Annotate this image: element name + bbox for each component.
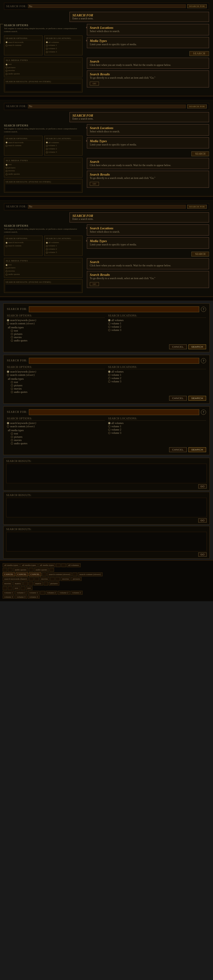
media-pictures-2[interactable]: pictures [11,384,105,387]
tag-icon-12[interactable] [56,577,60,581]
help-icon-3[interactable]: ? [201,410,206,415]
cancel-btn-2[interactable]: CANCEL [169,396,186,401]
loc-all-1[interactable]: all volumes [108,319,206,322]
tag-icon-11[interactable] [50,577,55,581]
media-audio-1[interactable]: audio quotes [11,339,105,342]
results-go-btn-1[interactable]: GO [198,484,207,488]
tag-vol1-2[interactable]: volume 1 [15,591,27,595]
media-movies-3[interactable]: movies [11,439,105,442]
tag-pictures-1[interactable]: pictures [71,577,82,581]
tag-vol1-3[interactable]: volume 1 [28,591,40,595]
radio-keywords-1[interactable]: search keywords (faster) [7,319,105,322]
tag-icon-8[interactable] [72,573,77,576]
loc-vol1-1[interactable]: volume 1 [108,322,206,325]
tag-vol3-2[interactable]: volume 3 [15,595,27,599]
results-go-btn-3[interactable]: GO [198,552,207,557]
loc-vol3-3[interactable]: volume 3 [108,431,206,434]
loc-vol2-1[interactable]: volume 2 [108,325,206,328]
tag-matrix-2[interactable]: matrix [34,582,43,585]
tag-icon-16[interactable] [3,586,7,590]
radio-keywords-2[interactable]: search keywords (faster) [7,370,105,373]
help-icon-1[interactable]: ? [201,307,206,312]
tag-pictures-2[interactable]: pictures [49,582,59,585]
help-icon-2[interactable]: ? [201,358,206,363]
media-text-3[interactable]: text [11,432,105,435]
radio-content-2[interactable]: search content (slower) [7,374,105,377]
tag-vol2-2[interactable]: volume 2 [58,591,70,595]
tag-icon-2[interactable] [61,563,66,567]
tag-text-2[interactable]: text [26,586,33,590]
results-go-btn-2[interactable]: GO [198,518,207,523]
tag-icon-5[interactable] [29,568,33,572]
cancel-btn-1[interactable]: CANCEL [169,344,186,349]
results-list-2[interactable] [6,498,207,517]
tag-cancel-3[interactable]: CANCEL [29,573,41,576]
tag-all-media-1[interactable]: all media types [3,563,20,567]
tag-content-slower-2[interactable]: search content (slower) [78,573,102,576]
tag-cancel-2[interactable]: CANCEL [16,573,28,576]
media-all-1[interactable]: all media types [7,326,105,329]
tag-icon-15[interactable] [44,582,48,585]
tag-vol3-3[interactable]: volume 3 [28,595,40,599]
media-all-3[interactable]: all media types [7,429,105,432]
loc-vol2-3[interactable]: volume 2 [108,428,206,431]
search-input-1[interactable] [29,306,199,312]
media-text-1[interactable]: text [11,329,105,332]
search-btn-1[interactable]: SEARCH [188,344,206,349]
media-movies-2[interactable]: movies [11,387,105,390]
loc-vol3-1[interactable]: volume 3 [108,329,206,332]
tag-icon-1[interactable] [56,563,60,567]
tag-vol2-1[interactable]: volume 2 [46,591,57,595]
tag-content-slower-1[interactable]: search content (slower) [47,573,72,576]
search-input-2[interactable] [29,358,199,364]
loc-all-3[interactable]: all volumes [108,422,206,425]
search-btn-2[interactable]: SEARCH [188,396,206,401]
tag-keywords-faster[interactable]: search keywords (faster) [3,577,29,581]
media-text-2[interactable]: text [11,381,105,384]
loc-vol3-2[interactable]: volume 3 [108,380,206,383]
tag-movies-1[interactable]: movies [40,577,49,581]
loc-all-2[interactable]: all volumes [108,370,206,373]
tag-cancel-1[interactable]: CANCEL [3,573,15,576]
tag-text-1[interactable]: text [13,586,20,590]
results-list-3[interactable] [6,532,207,551]
loc-vol2-2[interactable]: volume 2 [108,377,206,380]
tag-icon-7[interactable] [42,573,46,576]
cancel-btn-3[interactable]: CANCEL [169,447,186,452]
tag-icon-18[interactable] [21,586,25,590]
search-btn-3[interactable]: SEARCH [188,447,206,452]
tag-all-volumes-1[interactable]: all volumes [67,563,80,567]
media-audio-3[interactable]: audio quotes [11,442,105,445]
radio-content-3[interactable]: search content (slower) [7,425,105,428]
tag-all-media-2[interactable]: all media types [20,563,37,567]
tag-vol3-1[interactable]: volume 3 [3,595,14,599]
tag-audio-2[interactable]: audio quotes [34,568,49,572]
tag-icon-3[interactable] [3,568,7,572]
tag-icon-14[interactable] [29,582,33,585]
tag-icon-19[interactable] [40,591,45,595]
tag-vol1-1[interactable]: volume 1 [3,591,14,595]
search-input-3[interactable] [29,409,199,415]
results-list-1[interactable] [6,464,207,483]
tag-icon-13[interactable] [23,582,28,585]
tag-movies-3[interactable]: movies [3,582,13,585]
tag-matrix-1[interactable]: matrix [13,582,22,585]
media-pictures-1[interactable]: pictures [11,332,105,336]
radio-keywords-3[interactable]: search keywords (faster) [7,422,105,425]
loc-vol1-3[interactable]: volume 1 [108,425,206,428]
radio-content-1[interactable]: search content (slower) [7,322,105,325]
media-audio-2[interactable]: audio quotes [11,391,105,393]
tag-vol2-3[interactable]: volume 2 [70,591,82,595]
tag-movies-2[interactable]: movies [60,577,70,581]
media-all-2[interactable]: all media types [7,377,105,380]
tag-icon-6[interactable] [49,568,54,572]
media-pictures-3[interactable]: pictures [11,436,105,438]
tag-icon-10[interactable] [34,577,39,581]
tag-all-media-3[interactable]: all media types [38,563,56,567]
tag-icon-4[interactable] [8,568,13,572]
tag-audio-1[interactable]: audio quotes [13,568,28,572]
loc-vol1-2[interactable]: volume 1 [108,374,206,377]
tag-icon-17[interactable] [8,586,13,590]
media-movies-1[interactable]: movies [11,336,105,339]
tag-icon-9[interactable] [29,577,34,581]
